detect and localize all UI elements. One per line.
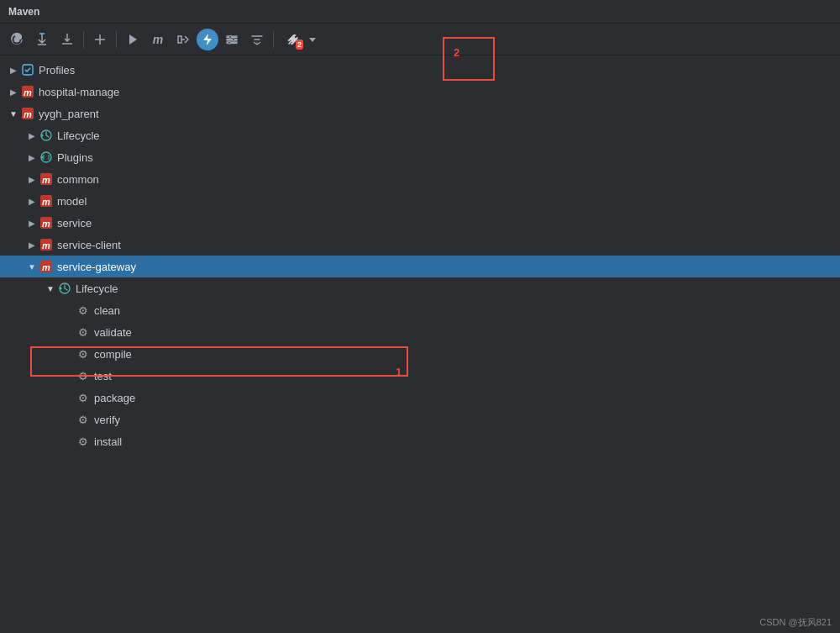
maven-service-client-icon: m xyxy=(39,238,53,251)
icon-model: m xyxy=(39,193,54,208)
icon-yygh-parent: m xyxy=(20,106,35,121)
svg-point-15 xyxy=(41,135,44,137)
title-bar: Maven xyxy=(0,0,840,24)
maven-m-icon: m xyxy=(21,85,34,98)
label-lifecycle-2: Lifecycle xyxy=(76,282,840,295)
download-button[interactable] xyxy=(55,28,79,51)
label-service: service xyxy=(57,217,840,229)
lifecycle-icon-2 xyxy=(58,282,71,295)
icon-verify: ⚙ xyxy=(76,412,91,427)
toolbar: m xyxy=(0,24,840,55)
skip-tests-button[interactable] xyxy=(171,28,195,51)
label-lifecycle-1: Lifecycle xyxy=(57,129,840,142)
label-test: test xyxy=(94,370,840,382)
icon-hospital-manage: m xyxy=(20,84,35,99)
label-common: common xyxy=(57,173,840,186)
tree-item-clean[interactable]: ▶ ⚙ clean xyxy=(0,299,840,321)
maven-panel: Maven xyxy=(0,0,840,633)
separator-2 xyxy=(116,31,117,48)
tree-item-lifecycle-2[interactable]: ▼ Lifecycle xyxy=(0,277,840,299)
tree-item-compile[interactable]: ▶ ⚙ compile xyxy=(0,343,840,365)
refresh-button[interactable] xyxy=(5,28,29,51)
tree-item-install[interactable]: ▶ ⚙ install xyxy=(0,430,840,452)
add-icon xyxy=(93,33,107,46)
maven-service-icon: m xyxy=(39,216,53,229)
collapse-button[interactable] xyxy=(245,28,269,51)
icon-validate: ⚙ xyxy=(76,324,91,340)
profiles-icon xyxy=(21,63,34,76)
svg-text:m: m xyxy=(42,240,50,251)
svg-marker-1 xyxy=(203,34,212,45)
settings-icon xyxy=(225,33,239,46)
label-service-client: service-client xyxy=(57,239,840,251)
separator-3 xyxy=(273,31,274,48)
icon-compile: ⚙ xyxy=(76,346,91,361)
tree-item-service-client[interactable]: ▶ m service-client xyxy=(0,234,840,256)
icon-plugins xyxy=(39,150,54,165)
label-plugins: Plugins xyxy=(57,151,840,164)
svg-text:m: m xyxy=(42,219,50,229)
tree-item-model[interactable]: ▶ m model xyxy=(0,190,840,212)
maven-button[interactable]: m xyxy=(146,28,170,51)
label-hospital-manage: hospital-manage xyxy=(39,86,840,98)
refresh-icon xyxy=(10,33,24,46)
svg-point-7 xyxy=(228,41,231,44)
separator-1 xyxy=(83,31,84,48)
tree-item-verify[interactable]: ▶ ⚙ verify xyxy=(0,409,840,430)
skip-tests-icon xyxy=(176,33,190,46)
arrow-service: ▶ xyxy=(25,216,39,229)
arrow-lifecycle-2: ▼ xyxy=(44,282,57,295)
tree-item-test[interactable]: ▶ ⚙ test xyxy=(0,365,840,387)
tree-item-profiles[interactable]: ▶ Profiles xyxy=(0,59,840,81)
svg-text:m: m xyxy=(24,87,32,98)
tree-item-yygh-parent[interactable]: ▼ m yygh_parent xyxy=(0,103,840,124)
maven-icon: m xyxy=(153,33,163,46)
icon-install: ⚙ xyxy=(76,434,91,449)
tree-item-common[interactable]: ▶ m common xyxy=(0,168,840,190)
icon-service: m xyxy=(39,215,54,230)
tree-item-service-gateway[interactable]: ▼ m service-gateway xyxy=(0,256,840,277)
icon-profiles xyxy=(20,62,35,77)
arrow-lifecycle-1: ▶ xyxy=(25,129,39,142)
tree-item-hospital-manage[interactable]: ▶ m hospital-manage xyxy=(0,81,840,103)
svg-text:m: m xyxy=(42,262,50,272)
tree-item-plugins[interactable]: ▶ Plugins xyxy=(0,146,840,168)
execute-goal-wrapper: 2 xyxy=(278,28,305,51)
maven-model-icon: m xyxy=(39,194,53,208)
maven-parent-icon: m xyxy=(21,107,34,120)
maven-gateway-icon: m xyxy=(39,260,53,273)
arrow-service-gateway: ▼ xyxy=(25,260,39,273)
label-profiles: Profiles xyxy=(39,64,840,76)
icon-service-client: m xyxy=(39,237,54,252)
label-service-gateway: service-gateway xyxy=(57,261,840,273)
svg-point-6 xyxy=(233,38,235,40)
tree-item-package[interactable]: ▶ ⚙ package xyxy=(0,387,840,409)
svg-text:m: m xyxy=(42,175,50,185)
watermark: CSDN @抚风821 xyxy=(759,616,832,629)
label-install: install xyxy=(94,435,840,448)
icon-package: ⚙ xyxy=(76,390,91,405)
icon-common: m xyxy=(39,171,54,187)
tree-area: ▶ Profiles ▶ m hospital-manage ▼ xyxy=(0,55,840,633)
reimport-button[interactable] xyxy=(30,28,54,51)
arrow-profiles: ▶ xyxy=(7,63,20,76)
lifecycle-icon-1 xyxy=(39,129,53,142)
lightning-icon xyxy=(201,33,214,46)
settings-button[interactable] xyxy=(220,28,244,51)
label-verify: verify xyxy=(94,414,840,426)
tree-item-validate[interactable]: ▶ ⚙ validate xyxy=(0,321,840,343)
goal-dropdown-button[interactable] xyxy=(307,28,318,51)
arrow-model: ▶ xyxy=(25,194,39,208)
label-clean: clean xyxy=(94,304,840,317)
svg-marker-0 xyxy=(129,34,137,45)
svg-point-5 xyxy=(229,35,232,38)
run-button[interactable] xyxy=(121,28,144,51)
reimport-icon xyxy=(35,33,49,46)
add-button[interactable] xyxy=(88,28,112,51)
tree-item-lifecycle-1[interactable]: ▶ Lifecycle xyxy=(0,124,840,146)
lightning-button[interactable] xyxy=(197,29,218,50)
icon-test: ⚙ xyxy=(76,368,91,383)
arrow-service-client: ▶ xyxy=(25,238,39,251)
tree-item-service[interactable]: ▶ m service xyxy=(0,212,840,234)
arrow-common: ▶ xyxy=(25,172,39,186)
